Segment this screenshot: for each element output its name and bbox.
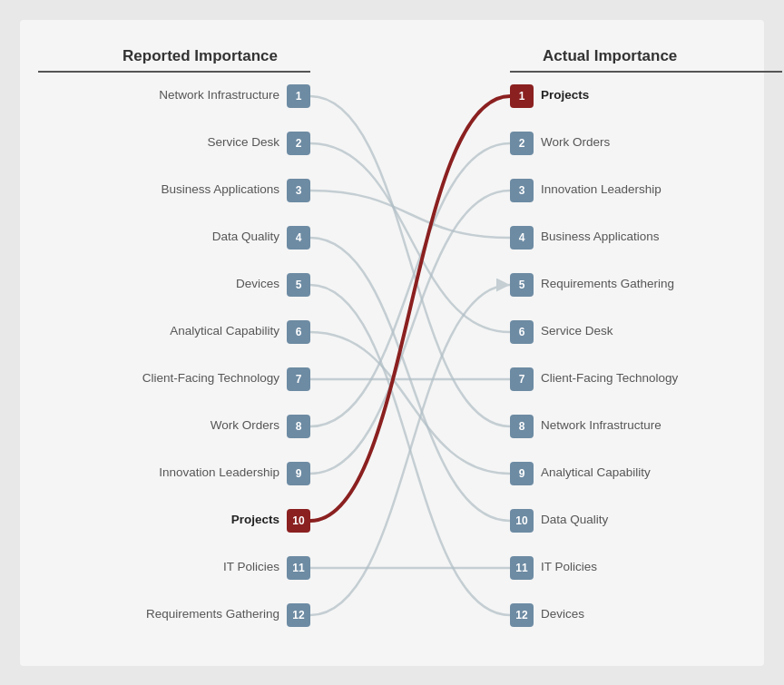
right-item-row: 5Requirements Gathering [510,261,782,308]
left-item-badge: 9 [287,462,310,485]
right-item-row: 11IT Policies [510,544,782,592]
right-item-row: 2Work Orders [510,120,782,167]
right-item-badge: 2 [510,132,534,155]
right-item-row: 3Innovation Leadership [510,167,782,214]
left-item-badge: 8 [287,415,310,438]
right-item-label: Innovation Leadership [541,182,662,197]
left-item-row: Requirements Gathering12 [38,592,310,639]
right-item-label: IT Policies [541,560,597,574]
left-item-row: Projects10 [38,497,310,544]
left-item-row: Devices5 [38,261,310,308]
right-item-label: Work Orders [541,135,610,150]
left-item-label: Business Applications [161,182,279,197]
left-item-label: Client-Facing Technology [142,371,279,386]
left-item-label: Requirements Gathering [146,607,279,621]
left-item-row: IT Policies11 [38,544,310,592]
left-item-label: Projects [231,513,279,527]
right-item-badge: 10 [510,509,534,533]
right-item-row: 10Data Quality [510,497,782,544]
right-item-label: Requirements Gathering [541,277,674,291]
left-item-row: Network Infrastructure1 [38,73,310,120]
right-item-badge: 9 [510,462,534,485]
right-item-row: 12Devices [510,592,782,639]
right-item-badge: 4 [510,226,534,250]
left-item-label: IT Policies [223,560,279,574]
right-item-badge: 7 [510,367,534,391]
right-item-row: 6Service Desk [510,308,782,356]
right-item-row: 9Analytical Capability [510,450,782,497]
columns-container: Reported Importance Network Infrastructu… [38,47,746,639]
right-item-label: Devices [541,607,584,621]
left-item-label: Work Orders [211,418,279,433]
left-item-badge: 4 [287,226,310,250]
right-item-badge: 3 [510,179,534,202]
right-item-badge: 12 [510,603,534,627]
left-item-badge: 3 [287,179,310,202]
left-item-label: Network Infrastructure [159,88,279,103]
right-item-label: Service Desk [541,324,613,338]
left-item-badge: 12 [287,603,310,627]
right-item-label: Data Quality [541,513,608,527]
right-items-list: 1Projects2Work Orders3Innovation Leaders… [510,73,782,639]
left-item-row: Data Quality4 [38,214,310,261]
left-header: Reported Importance [38,47,310,73]
left-item-label: Data Quality [212,230,279,244]
left-item-badge: 6 [287,320,310,344]
left-item-row: Analytical Capability6 [38,308,310,356]
left-item-badge: 2 [287,132,310,155]
connections-svg [310,47,510,639]
svg-column [310,47,510,639]
left-items-list: Network Infrastructure1Service Desk2Busi… [38,73,310,639]
right-header: Actual Importance [510,47,782,73]
left-item-row: Service Desk2 [38,120,310,167]
right-item-label: Business Applications [541,230,660,244]
left-item-row: Business Applications3 [38,167,310,214]
left-item-badge: 1 [287,84,310,108]
right-column: Actual Importance 1Projects2Work Orders3… [510,47,782,639]
left-item-row: Work Orders8 [38,403,310,450]
left-column: Reported Importance Network Infrastructu… [38,47,310,639]
right-item-badge: 1 [510,84,534,108]
left-item-label: Analytical Capability [170,324,279,338]
left-item-row: Innovation Leadership9 [38,450,310,497]
left-item-label: Service Desk [207,135,279,150]
right-item-label: Analytical Capability [541,465,651,480]
right-item-row: 8Network Infrastructure [510,403,782,450]
right-item-label: Client-Facing Technology [541,371,678,386]
right-item-badge: 6 [510,320,534,344]
right-item-label: Network Infrastructure [541,418,662,433]
right-item-row: 4Business Applications [510,214,782,261]
left-item-badge: 10 [287,509,310,533]
right-item-row: 1Projects [510,73,782,120]
chart-card: Reported Importance Network Infrastructu… [20,20,764,666]
left-item-badge: 7 [287,367,310,391]
right-item-label: Projects [541,88,589,103]
left-item-label: Innovation Leadership [159,465,279,480]
right-item-badge: 8 [510,415,534,438]
right-item-badge: 5 [510,273,534,297]
right-item-row: 7Client-Facing Technology [510,356,782,403]
left-item-label: Devices [236,277,279,291]
right-item-badge: 11 [510,556,534,580]
left-item-row: Client-Facing Technology7 [38,356,310,403]
left-item-badge: 5 [287,273,310,297]
left-item-badge: 11 [287,556,310,580]
